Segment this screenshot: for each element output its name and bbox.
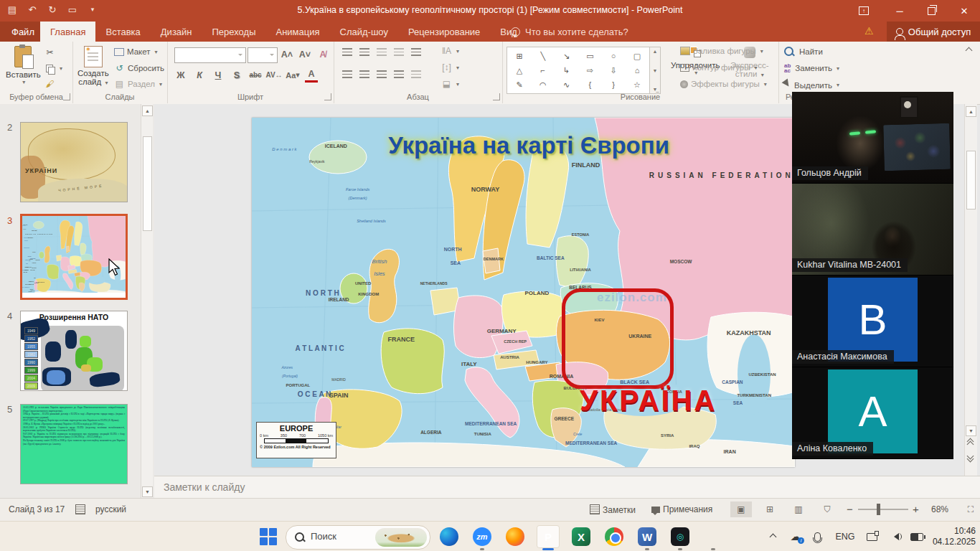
- clipboard-dialog-launcher[interactable]: [63, 93, 70, 100]
- paste-button[interactable]: Вставить ▾: [6, 46, 41, 85]
- columns-button[interactable]: [411, 70, 421, 78]
- slide-4-thumbnail[interactable]: Розширення НАТО 194919521955198219901999…: [20, 311, 128, 391]
- font-size-combobox[interactable]: [248, 47, 278, 63]
- underline-button[interactable]: Ч: [212, 69, 225, 82]
- format-painter-button[interactable]: 🖌︎: [44, 79, 55, 89]
- cut-button[interactable]: ✂: [44, 47, 55, 57]
- slideshow-button[interactable]: ⛉: [816, 501, 838, 517]
- justify-button[interactable]: [394, 70, 404, 78]
- close-button[interactable]: ✕: [948, 0, 980, 22]
- scroll-up-button[interactable]: ▲: [966, 106, 976, 117]
- taskbar-app-firefox[interactable]: [504, 525, 527, 548]
- shape-∿[interactable]: ∿: [557, 77, 576, 92]
- reset-button[interactable]: ↺ Сбросить: [114, 63, 164, 73]
- network-icon[interactable]: [866, 530, 879, 543]
- taskbar-app-word[interactable]: W: [636, 525, 659, 548]
- taskbar-app-explorer[interactable]: [702, 525, 725, 548]
- shape-effects-button[interactable]: Эффекты фигуры▾: [680, 80, 767, 88]
- shape-☆[interactable]: ☆: [628, 77, 646, 92]
- slide-5-thumbnail[interactable]: 10.03.1992 р. незалежна Україна приєднал…: [20, 404, 128, 484]
- character-spacing-button[interactable]: AV↔: [268, 69, 281, 82]
- participant-video-tile[interactable]: Kukhar Vitalina MB-24001: [792, 184, 953, 276]
- replace-button[interactable]: abac Заменить▾: [784, 63, 839, 73]
- change-case-button[interactable]: Aa▾: [286, 69, 299, 82]
- font-dialog-launcher[interactable]: [324, 93, 331, 100]
- slide-canvas[interactable]: ICELANDReykjavikFaroe Islands(Denmark)Sh…: [252, 118, 795, 467]
- shape-○[interactable]: ○: [604, 49, 623, 63]
- paragraph-dialog-launcher[interactable]: [493, 93, 500, 100]
- comments-toggle[interactable]: Примечания: [651, 504, 712, 514]
- slide-area-scrollbar[interactable]: ▲ ▼: [964, 104, 977, 476]
- start-button[interactable]: [260, 528, 277, 545]
- bold-button[interactable]: Ж: [174, 69, 187, 82]
- participant-video-tile[interactable]: AАліна Коваленко: [792, 367, 953, 459]
- onedrive-icon[interactable]: ☁i: [789, 530, 802, 543]
- increase-indent-button[interactable]: [394, 48, 404, 56]
- convert-smartart-button[interactable]: ⬓▾: [441, 79, 459, 89]
- zoom-percentage[interactable]: 68%: [931, 504, 948, 514]
- copy-button[interactable]: ▾: [44, 63, 62, 73]
- align-left-button[interactable]: [342, 70, 352, 78]
- scrollbar-thumb[interactable]: [143, 136, 152, 231]
- slide-2-thumbnail[interactable]: УКРАЇНИ ЧОРНЕ МОРЕ: [20, 122, 128, 202]
- search-highlight-image[interactable]: [375, 528, 427, 547]
- numbering-button[interactable]: [359, 48, 369, 56]
- shape-⇨[interactable]: ⇨: [580, 63, 599, 77]
- collapse-ribbon-button[interactable]: [961, 44, 976, 56]
- slide-title[interactable]: Україна на карті Європи: [388, 132, 669, 159]
- shape-△[interactable]: △: [510, 63, 529, 77]
- fit-slide-button[interactable]: ⛶: [960, 501, 980, 517]
- text-shadow-button[interactable]: S: [230, 69, 243, 82]
- shape-}[interactable]: }: [604, 77, 623, 92]
- italic-button[interactable]: К: [193, 69, 206, 82]
- shape-⌐[interactable]: ⌐: [534, 63, 552, 77]
- new-slide-button[interactable]: Создать слайд ▾: [77, 46, 109, 86]
- shape-▢[interactable]: ▢: [628, 49, 646, 63]
- decrease-font-button[interactable]: A˅: [298, 48, 311, 61]
- volume-icon[interactable]: [888, 530, 901, 543]
- taskbar-app-edge[interactable]: [438, 525, 461, 548]
- tab-file[interactable]: Файл: [0, 22, 46, 42]
- layout-button[interactable]: Макет▾: [114, 47, 158, 56]
- ukraine-big-label[interactable]: УКРАЇНА: [580, 385, 717, 417]
- notes-pane[interactable]: Заметки к слайду: [154, 476, 980, 499]
- scroll-down-button[interactable]: ▼: [966, 425, 976, 436]
- shape-◠[interactable]: ◠: [534, 77, 552, 92]
- next-slide-button[interactable]: [966, 453, 975, 462]
- decrease-indent-button[interactable]: [377, 48, 387, 56]
- zoom-in-button[interactable]: +: [913, 503, 919, 515]
- reading-view-button[interactable]: ▥: [788, 501, 809, 517]
- minimize-button[interactable]: ─: [884, 0, 915, 22]
- shape-✎[interactable]: ✎: [510, 77, 529, 92]
- taskbar-search[interactable]: Поиск: [286, 525, 430, 550]
- zoom-out-button[interactable]: −: [847, 503, 853, 515]
- font-color-button[interactable]: А: [305, 67, 318, 83]
- shapes-gallery-scroll[interactable]: ▲▼▼̲: [650, 47, 661, 94]
- tab-анимация[interactable]: Анимация: [266, 22, 330, 42]
- zoom-slider-track[interactable]: [858, 509, 908, 510]
- shape-↘[interactable]: ↘: [557, 49, 576, 63]
- microphone-icon[interactable]: [811, 530, 824, 543]
- ukraine-highlight-box[interactable]: [562, 288, 673, 389]
- zoom-slider-thumb[interactable]: [877, 504, 880, 515]
- notes-toggle[interactable]: Заметки: [590, 504, 636, 515]
- scroll-down-button[interactable]: ▼: [142, 486, 153, 497]
- tab-дизайн[interactable]: Дизайн: [151, 22, 202, 42]
- participant-video-tile[interactable]: Гольцов Андрій: [792, 92, 953, 184]
- taskbar-app-excel[interactable]: X: [570, 525, 593, 548]
- slide-canvas[interactable]: ICELANDReykjavikFaroe Islands(Denmark)Sh…: [22, 216, 42, 293]
- tab-рецензирование[interactable]: Рецензирование: [398, 22, 490, 42]
- shape-outline-button[interactable]: Контур фигуры▾: [680, 63, 757, 72]
- shape-↳[interactable]: ↳: [557, 63, 576, 77]
- clear-formatting-button[interactable]: A̸: [316, 48, 329, 61]
- tab-главная[interactable]: Главная: [40, 22, 95, 42]
- text-direction-button[interactable]: ‖A▾: [441, 46, 459, 56]
- shape-fill-button[interactable]: Заливка фигуры▾: [680, 47, 763, 55]
- align-text-button[interactable]: [↕]▾: [441, 62, 459, 72]
- slide-3-thumbnail-selected[interactable]: ICELANDReykjavikFaroe Islands(Denmark)Sh…: [20, 214, 128, 300]
- font-name-combobox[interactable]: [174, 47, 246, 63]
- warning-icon[interactable]: ⚠: [864, 25, 874, 37]
- share-button[interactable]: Общий доступ: [887, 22, 980, 42]
- taskbar-app-powerpoint[interactable]: P: [537, 525, 560, 548]
- shape-╲[interactable]: ╲: [534, 49, 552, 63]
